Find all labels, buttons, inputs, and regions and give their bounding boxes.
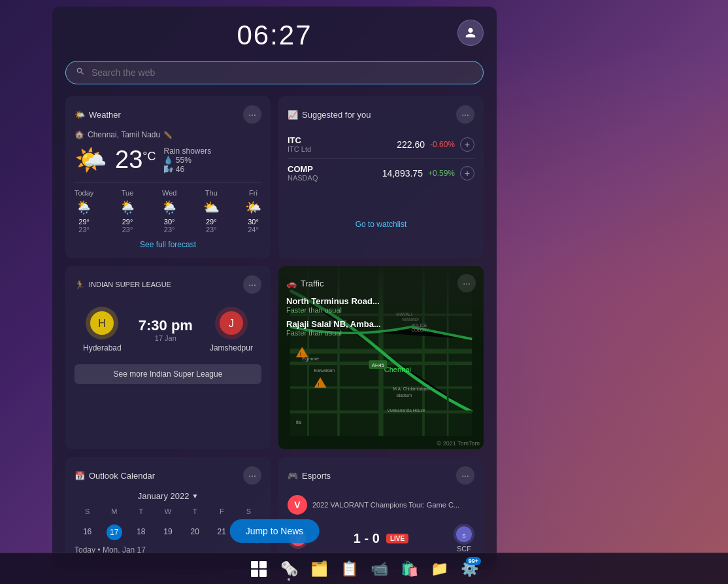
- calendar-title: 📅 Outlook Calendar: [74, 471, 155, 481]
- esports-score: 1 - 0: [354, 531, 380, 546]
- taskbar-video-button[interactable]: 📹: [366, 556, 392, 582]
- traffic-more-button[interactable]: ···: [457, 274, 476, 292]
- edit-location-icon[interactable]: ✏️: [163, 131, 173, 139]
- forecast-thu: Thu ⛅ 29°23°: [203, 189, 220, 233]
- svg-text:AH45: AH45: [372, 362, 384, 368]
- jump-to-news-button[interactable]: Jump to News: [230, 519, 320, 543]
- team-hyderabad: H Hyderabad: [83, 307, 122, 352]
- traffic-route-1: North Terminus Road... Faster than usual: [286, 296, 476, 314]
- traffic-icon: 🚗: [286, 279, 297, 288]
- stocks-more-button[interactable]: ···: [456, 105, 474, 124]
- live-badge: LIVE: [386, 534, 408, 543]
- calendar-month-header: January 2022 ▼: [74, 491, 261, 501]
- stock-row-itc: ITC ITC Ltd 222.60 -0.60% +: [288, 130, 474, 159]
- weather-details: Rain showers 💧 55% 🌬️ 46: [163, 146, 211, 174]
- cal-cell-19[interactable]: 19: [155, 524, 180, 540]
- watchlist-link[interactable]: Go to watchlist: [288, 220, 474, 229]
- jamshedpur-badge: J: [215, 307, 248, 339]
- weather-forecast: Today 🌦️ 29°23° Tue 🌦️ 29°23° Wed 🌦️ 30°…: [74, 182, 261, 233]
- cal-cell-empty6: [209, 518, 235, 523]
- weather-forecast-link[interactable]: See full forecast: [74, 240, 261, 249]
- sports-widget: 🏃 INDIAN SUPER LEAGUE ··· H Hyderabad: [65, 266, 271, 449]
- svg-text:ital: ital: [296, 420, 302, 424]
- taskbar-store-button[interactable]: 🛍️: [396, 556, 422, 582]
- cal-cell-16[interactable]: 16: [74, 524, 100, 540]
- svg-text:Eaiwalkam: Eaiwalkam: [314, 369, 335, 373]
- search-icon: [76, 67, 85, 78]
- svg-text:M.A. Chidambaram: M.A. Chidambaram: [393, 386, 430, 391]
- explorer-icon: 🗂️: [310, 560, 328, 577]
- taskbar-apps-button[interactable]: 📋: [336, 556, 362, 582]
- cal-cell-20[interactable]: 20: [182, 524, 208, 540]
- search-input[interactable]: [91, 67, 473, 78]
- scf-label: SCF: [457, 545, 471, 553]
- sports-title: 🏃 INDIAN SUPER LEAGUE: [74, 280, 171, 290]
- chevron-down-icon: ▼: [191, 492, 198, 500]
- svg-text:H: H: [99, 318, 107, 329]
- cal-cell-empty1: [74, 518, 100, 523]
- traffic-overlay: 🚗 Traffic ··· North Terminus Road... Fas…: [278, 266, 484, 350]
- calendar-header-row: 📅 Outlook Calendar ···: [74, 466, 261, 485]
- stocks-icon: 📈: [288, 110, 298, 120]
- weather-icon: 🌤️: [74, 110, 85, 120]
- stocks-title: 📈 Suggested for you: [288, 110, 371, 120]
- taskbar-explorer-button[interactable]: 🗂️: [306, 556, 332, 582]
- weather-location: 🏠 Chennai, Tamil Nadu ✏️: [74, 130, 261, 139]
- forecast-fri: Fri 🌤️ 30°24°: [245, 189, 261, 233]
- widgets-dot: [288, 578, 290, 581]
- svg-text:S: S: [462, 533, 465, 539]
- search-bar[interactable]: [65, 61, 484, 84]
- calendar-widget: 📅 Outlook Calendar ··· January 2022 ▼ S …: [65, 457, 271, 564]
- scf-team-icon: S: [454, 524, 474, 545]
- taskbar: 🗞️ 🗂️ 📋 📹 🛍️ 📁 ⚙️ 99+: [0, 553, 728, 584]
- svg-text:!: !: [300, 351, 301, 357]
- esports-widget: 🎮 Esports ··· V 2022 VALORANT Champions …: [278, 457, 484, 564]
- widgets-icon: 🗞️: [280, 560, 298, 577]
- cal-cell-17-today[interactable]: 17: [107, 524, 122, 540]
- cal-cell-18[interactable]: 18: [128, 524, 154, 540]
- files-icon: 📁: [431, 560, 448, 577]
- team-jamshedpur: J Jamshedpur: [210, 307, 253, 352]
- match-display: H Hyderabad 7:30 pm 17 Jan J: [74, 300, 261, 359]
- esports-match-row: V 2022 VALORANT Champions Tour: Game C..…: [288, 491, 474, 519]
- widget-grid: 🌤️ Weather ··· 🏠 Chennai, Tamil Nadu ✏️ …: [65, 96, 484, 564]
- settings-badge: 99+: [466, 557, 481, 565]
- weather-widget: 🌤️ Weather ··· 🏠 Chennai, Tamil Nadu ✏️ …: [65, 96, 271, 258]
- weather-more-button[interactable]: ···: [243, 105, 261, 124]
- taskbar-files-button[interactable]: 📁: [426, 556, 452, 582]
- weather-temp: 23: [115, 146, 142, 174]
- weather-current: 🌤️ 23 °C Rain showers 💧 55% 🌬️ 46: [74, 145, 261, 175]
- svg-text:Chennai: Chennai: [384, 366, 411, 374]
- stocks-widget: 📈 Suggested for you ··· ITC ITC Ltd 222.…: [278, 96, 484, 258]
- taskbar-settings-button[interactable]: ⚙️ 99+: [456, 556, 482, 582]
- svg-text:Stadium: Stadium: [396, 393, 412, 398]
- store-icon: 🛍️: [401, 560, 418, 577]
- start-button[interactable]: [246, 556, 272, 582]
- calendar-more-button[interactable]: ···: [243, 466, 261, 485]
- esports-header: 🎮 Esports ···: [288, 466, 474, 485]
- taskbar-widgets-button[interactable]: 🗞️: [276, 556, 302, 582]
- sports-more-button[interactable]: ···: [243, 275, 261, 294]
- cal-cell-empty3: [128, 518, 154, 523]
- hyderabad-badge: H: [86, 307, 118, 339]
- stock-comp-add-button[interactable]: +: [460, 166, 474, 180]
- svg-text:Vivekananda House: Vivekananda House: [387, 408, 425, 413]
- match-time-section: 7:30 pm 17 Jan: [139, 317, 193, 342]
- widget-panel: 06:27 🌤️ Weather ··· 🏠: [52, 7, 497, 569]
- weather-main-icon: 🌤️: [74, 145, 107, 175]
- stock-itc-add-button[interactable]: +: [460, 137, 474, 152]
- esports-more-button[interactable]: ···: [456, 466, 474, 485]
- sports-header: 🏃 INDIAN SUPER LEAGUE ···: [74, 275, 261, 294]
- cal-cell-empty4: [155, 518, 180, 523]
- weather-header: 🌤️ Weather ···: [74, 105, 261, 124]
- esports-title: 🎮 Esports: [288, 471, 331, 481]
- sports-icon: 🏃: [74, 280, 85, 290]
- traffic-route-2: Rajaji Salai NB, Amba... Faster than usu…: [286, 319, 476, 337]
- user-icon-button[interactable]: [457, 20, 484, 46]
- svg-text:J: J: [229, 318, 234, 329]
- forecast-wed: Wed 🌦️ 30°23°: [161, 189, 178, 233]
- forecast-tue: Tue 🌦️ 29°23°: [120, 189, 136, 233]
- esports-icon: 🎮: [288, 471, 298, 481]
- sports-more-link[interactable]: See more Indian Super League: [74, 364, 261, 384]
- calendar-icon: 📅: [74, 471, 85, 481]
